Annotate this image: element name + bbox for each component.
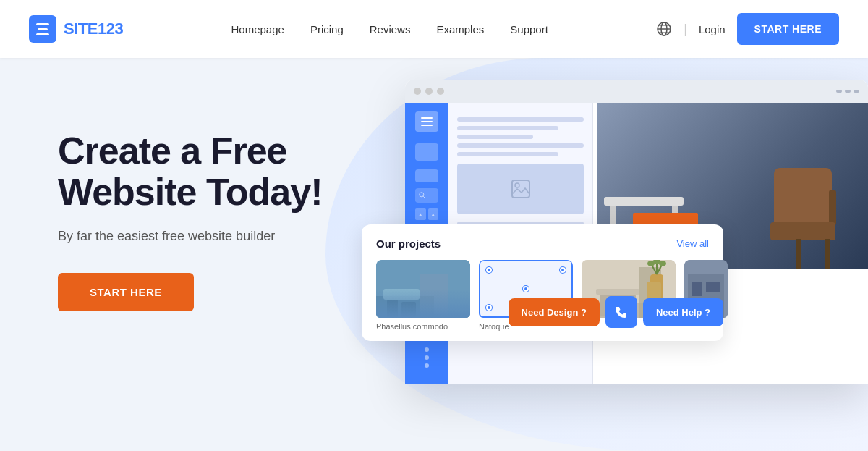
browser-dot-3 (437, 88, 444, 95)
editor-line-1 (457, 117, 584, 122)
mockup-area: Our projects View all (405, 80, 868, 384)
editor-line-3 (457, 135, 533, 139)
logo[interactable]: SITE123 (29, 15, 123, 43)
svg-rect-19 (596, 289, 639, 295)
sidebar-block-2 (415, 169, 438, 182)
selection-dot-tl (486, 267, 492, 273)
header: SITE123 Homepage Pricing Reviews Example… (0, 0, 868, 58)
svg-rect-11 (383, 289, 420, 300)
sidebar-dot-1 (425, 347, 429, 352)
project-caption-1: Phasellus commodo (376, 322, 470, 331)
editor-image-placeholder (457, 164, 584, 214)
project-item-1: Phasellus commodo (376, 260, 470, 331)
svg-rect-30 (692, 282, 702, 296)
chat-help-button[interactable]: Need Help ? (643, 298, 723, 326)
selection-dot-center (523, 286, 529, 292)
sidebar-dots (425, 347, 429, 375)
svg-rect-31 (706, 282, 720, 292)
main-nav: Homepage Pricing Reviews Examples Suppor… (231, 23, 548, 35)
globe-icon[interactable] (656, 21, 672, 37)
nav-support[interactable]: Support (510, 23, 548, 35)
logo-icon (29, 15, 56, 43)
browser-tab-3 (854, 90, 859, 93)
hero-title: Create a Free Website Today! (58, 130, 362, 213)
svg-line-6 (423, 196, 425, 198)
browser-tab-2 (845, 90, 851, 93)
hero-start-button[interactable]: START HERE (58, 273, 194, 311)
svg-point-8 (515, 183, 519, 187)
selection-dot-bl (486, 305, 492, 311)
editor-line-4 (457, 143, 584, 148)
projects-title: Our projects (376, 237, 441, 250)
chat-phone-button[interactable] (605, 296, 637, 328)
sidebar-block-1 (415, 143, 438, 161)
svg-point-27 (659, 261, 666, 266)
selection-dot-tr (560, 267, 566, 273)
svg-rect-13 (401, 302, 416, 318)
browser-titlebar (405, 80, 868, 103)
nav-pricing[interactable]: Pricing (310, 23, 344, 35)
nav-homepage[interactable]: Homepage (231, 23, 284, 35)
hero-section: Create a Free Website Today! By far the … (58, 101, 362, 311)
editor-text-lines (457, 117, 584, 235)
nav-reviews[interactable]: Reviews (370, 23, 411, 35)
editor-line-5 (457, 152, 558, 156)
sidebar-dot-3 (425, 363, 429, 368)
logo-text: SITE123 (64, 20, 123, 38)
browser-dots-right (836, 90, 859, 93)
nav-divider: | (684, 22, 687, 37)
svg-rect-9 (376, 260, 470, 318)
sidebar-search-block (415, 188, 438, 203)
browser-tab-1 (836, 90, 842, 93)
chat-buttons: Need Design ? Need Help ? (509, 296, 723, 328)
chair-shape (767, 153, 854, 269)
hero-subtitle: By far the easiest free website builder (58, 229, 362, 244)
nav-login[interactable]: Login (699, 23, 726, 35)
browser-dot-2 (425, 88, 433, 95)
sidebar-menu-icon (415, 111, 438, 132)
svg-point-5 (420, 193, 424, 197)
view-all-link[interactable]: View all (676, 238, 709, 249)
svg-rect-12 (387, 300, 398, 318)
header-start-button[interactable]: START HERE (737, 13, 839, 45)
projects-header: Our projects View all (376, 237, 709, 250)
project-image-1 (376, 260, 470, 318)
nav-right: | Login START HERE (656, 13, 839, 45)
projects-card: Our projects View all (362, 224, 723, 341)
svg-rect-7 (512, 180, 529, 198)
sidebar-image-group-1 (415, 208, 438, 220)
nav-examples[interactable]: Examples (436, 23, 484, 35)
chat-design-button[interactable]: Need Design ? (509, 298, 600, 326)
sidebar-img-1 (415, 208, 426, 220)
sidebar-dot-2 (425, 355, 429, 360)
sidebar-img-2 (428, 208, 439, 220)
main-content: Create a Free Website Today! By far the … (0, 58, 868, 451)
browser-dot-1 (414, 88, 421, 95)
svg-rect-10 (376, 296, 434, 318)
editor-line-2 (457, 126, 558, 130)
svg-rect-14 (420, 274, 448, 318)
